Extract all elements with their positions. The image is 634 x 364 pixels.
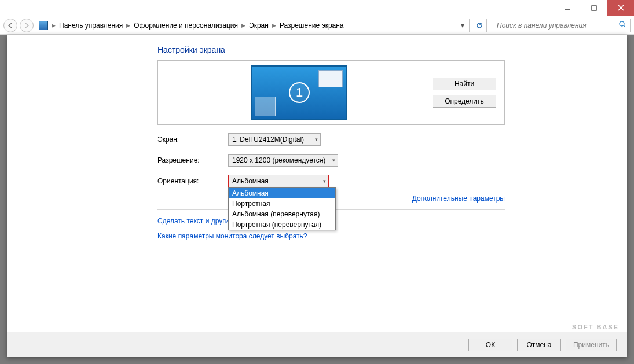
minimize-button[interactable] xyxy=(554,0,581,16)
monitor-help-link[interactable]: Какие параметры монитора следует выбрать… xyxy=(157,232,505,240)
navbar: ▶ Панель управления ▶ Оформление и персо… xyxy=(0,16,634,35)
orientation-dropdown: Альбомная Портретная Альбомная (переверн… xyxy=(228,187,336,230)
chevron-down-icon: ▾ xyxy=(323,178,326,184)
window-titlebar xyxy=(0,0,634,16)
chevron-down-icon: ▾ xyxy=(315,137,318,142)
orientation-option[interactable]: Альбомная (перевернутая) xyxy=(229,209,335,219)
orientation-select-value: Альбомная xyxy=(232,177,269,185)
close-button[interactable] xyxy=(607,0,634,16)
orientation-option[interactable]: Портретная (перевернутая) xyxy=(229,219,335,230)
orientation-option[interactable]: Портретная xyxy=(229,198,335,209)
maximize-button[interactable] xyxy=(581,0,607,16)
resolution-select[interactable]: 1920 x 1200 (рекомендуется) ▾ xyxy=(228,154,338,167)
svg-line-5 xyxy=(624,25,625,27)
page-title: Настройки экрана xyxy=(157,45,505,54)
resolution-label: Разрешение: xyxy=(157,156,228,164)
breadcrumb[interactable]: Разрешение экрана xyxy=(277,19,346,32)
wallpaper-window-icon xyxy=(255,97,276,116)
search-icon xyxy=(618,20,626,30)
watermark: SOFT BASE xyxy=(572,323,619,330)
breadcrumb[interactable]: Экран xyxy=(247,19,271,32)
control-panel-icon xyxy=(39,21,48,30)
svg-rect-1 xyxy=(592,6,596,10)
monitor-thumbnail[interactable]: 1 xyxy=(251,65,347,120)
resolution-select-value: 1920 x 1200 (рекомендуется) xyxy=(232,156,325,164)
chevron-right-icon: ▶ xyxy=(240,23,247,28)
nav-forward-button[interactable] xyxy=(20,19,34,32)
address-dropdown-icon[interactable]: ▾ xyxy=(459,21,467,30)
refresh-button[interactable] xyxy=(472,19,487,32)
address-bar[interactable]: ▶ Панель управления ▶ Оформление и персо… xyxy=(36,19,470,32)
search-box[interactable] xyxy=(492,19,631,32)
svg-point-4 xyxy=(620,21,624,26)
orientation-select[interactable]: Альбомная ▾ Альбомная Портретная Альбомн… xyxy=(228,175,329,187)
search-input[interactable] xyxy=(496,21,618,30)
orientation-option[interactable]: Альбомная xyxy=(229,188,335,198)
display-preview-box: 1 Найти Определить xyxy=(157,60,505,125)
display-select[interactable]: 1. Dell U2412M(Digital) ▾ xyxy=(228,133,321,146)
breadcrumb[interactable]: Оформление и персонализация xyxy=(131,19,240,32)
content-panel: Настройки экрана 1 Найти Определить Экра… xyxy=(7,35,627,357)
chevron-right-icon: ▶ xyxy=(271,23,277,28)
breadcrumb[interactable]: Панель управления xyxy=(57,19,125,32)
chevron-right-icon: ▶ xyxy=(125,23,131,28)
display-select-value: 1. Dell U2412M(Digital) xyxy=(232,135,304,144)
ok-button[interactable]: ОК xyxy=(468,339,512,351)
dialog-button-bar: ОК Отмена Применить xyxy=(7,332,627,357)
identify-button[interactable]: Определить xyxy=(433,95,496,108)
cancel-button[interactable]: Отмена xyxy=(517,339,561,351)
chevron-down-icon: ▾ xyxy=(332,157,335,163)
monitor-number: 1 xyxy=(289,82,310,103)
find-button[interactable]: Найти xyxy=(433,78,496,90)
chevron-right-icon: ▶ xyxy=(50,23,57,28)
orientation-label: Ориентация: xyxy=(157,177,228,185)
wallpaper-window-icon xyxy=(318,70,343,87)
apply-button: Применить xyxy=(566,339,617,351)
display-label: Экран: xyxy=(157,135,228,144)
nav-back-button[interactable] xyxy=(3,19,17,32)
